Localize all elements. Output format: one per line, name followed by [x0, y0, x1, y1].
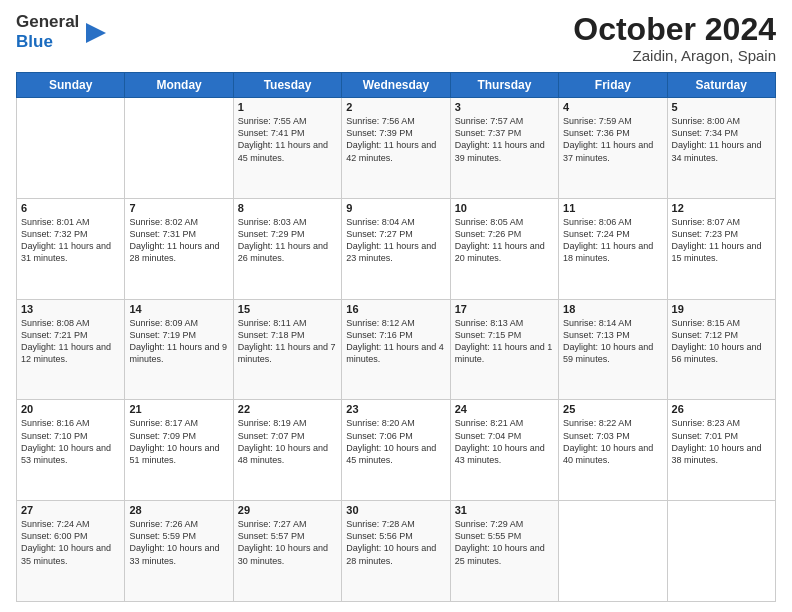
week-row-1: 1Sunrise: 7:55 AM Sunset: 7:41 PM Daylig…: [17, 98, 776, 199]
day-info: Sunrise: 7:29 AM Sunset: 5:55 PM Dayligh…: [455, 518, 554, 567]
day-info: Sunrise: 8:21 AM Sunset: 7:04 PM Dayligh…: [455, 417, 554, 466]
day-cell: 21Sunrise: 8:17 AM Sunset: 7:09 PM Dayli…: [125, 400, 233, 501]
week-row-5: 27Sunrise: 7:24 AM Sunset: 6:00 PM Dayli…: [17, 501, 776, 602]
day-number: 22: [238, 403, 337, 415]
day-number: 30: [346, 504, 445, 516]
day-cell: 15Sunrise: 8:11 AM Sunset: 7:18 PM Dayli…: [233, 299, 341, 400]
day-info: Sunrise: 7:57 AM Sunset: 7:37 PM Dayligh…: [455, 115, 554, 164]
day-cell: [667, 501, 775, 602]
day-number: 17: [455, 303, 554, 315]
day-number: 6: [21, 202, 120, 214]
day-info: Sunrise: 7:27 AM Sunset: 5:57 PM Dayligh…: [238, 518, 337, 567]
day-cell: 31Sunrise: 7:29 AM Sunset: 5:55 PM Dayli…: [450, 501, 558, 602]
day-cell: 8Sunrise: 8:03 AM Sunset: 7:29 PM Daylig…: [233, 198, 341, 299]
day-info: Sunrise: 7:59 AM Sunset: 7:36 PM Dayligh…: [563, 115, 662, 164]
weekday-header-wednesday: Wednesday: [342, 73, 450, 98]
day-info: Sunrise: 7:56 AM Sunset: 7:39 PM Dayligh…: [346, 115, 445, 164]
day-number: 9: [346, 202, 445, 214]
day-cell: 25Sunrise: 8:22 AM Sunset: 7:03 PM Dayli…: [559, 400, 667, 501]
day-cell: 30Sunrise: 7:28 AM Sunset: 5:56 PM Dayli…: [342, 501, 450, 602]
day-info: Sunrise: 8:05 AM Sunset: 7:26 PM Dayligh…: [455, 216, 554, 265]
day-cell: 24Sunrise: 8:21 AM Sunset: 7:04 PM Dayli…: [450, 400, 558, 501]
day-cell: [125, 98, 233, 199]
day-number: 14: [129, 303, 228, 315]
day-cell: 17Sunrise: 8:13 AM Sunset: 7:15 PM Dayli…: [450, 299, 558, 400]
day-info: Sunrise: 8:20 AM Sunset: 7:06 PM Dayligh…: [346, 417, 445, 466]
day-cell: 22Sunrise: 8:19 AM Sunset: 7:07 PM Dayli…: [233, 400, 341, 501]
day-cell: 6Sunrise: 8:01 AM Sunset: 7:32 PM Daylig…: [17, 198, 125, 299]
day-info: Sunrise: 8:07 AM Sunset: 7:23 PM Dayligh…: [672, 216, 771, 265]
day-number: 28: [129, 504, 228, 516]
weekday-header-monday: Monday: [125, 73, 233, 98]
day-number: 10: [455, 202, 554, 214]
weekday-header-row: SundayMondayTuesdayWednesdayThursdayFrid…: [17, 73, 776, 98]
day-info: Sunrise: 8:00 AM Sunset: 7:34 PM Dayligh…: [672, 115, 771, 164]
logo-blue: Blue: [16, 32, 53, 51]
day-number: 1: [238, 101, 337, 113]
day-cell: 2Sunrise: 7:56 AM Sunset: 7:39 PM Daylig…: [342, 98, 450, 199]
day-number: 8: [238, 202, 337, 214]
day-info: Sunrise: 8:01 AM Sunset: 7:32 PM Dayligh…: [21, 216, 120, 265]
day-info: Sunrise: 8:17 AM Sunset: 7:09 PM Dayligh…: [129, 417, 228, 466]
day-info: Sunrise: 7:28 AM Sunset: 5:56 PM Dayligh…: [346, 518, 445, 567]
day-cell: 14Sunrise: 8:09 AM Sunset: 7:19 PM Dayli…: [125, 299, 233, 400]
page: General Blue October 2024 Zaidin, Aragon…: [0, 0, 792, 612]
day-number: 15: [238, 303, 337, 315]
day-number: 13: [21, 303, 120, 315]
day-cell: 18Sunrise: 8:14 AM Sunset: 7:13 PM Dayli…: [559, 299, 667, 400]
day-number: 16: [346, 303, 445, 315]
day-info: Sunrise: 8:04 AM Sunset: 7:27 PM Dayligh…: [346, 216, 445, 265]
day-info: Sunrise: 8:11 AM Sunset: 7:18 PM Dayligh…: [238, 317, 337, 366]
day-info: Sunrise: 8:03 AM Sunset: 7:29 PM Dayligh…: [238, 216, 337, 265]
day-number: 12: [672, 202, 771, 214]
day-info: Sunrise: 8:06 AM Sunset: 7:24 PM Dayligh…: [563, 216, 662, 265]
day-cell: 3Sunrise: 7:57 AM Sunset: 7:37 PM Daylig…: [450, 98, 558, 199]
calendar-subtitle: Zaidin, Aragon, Spain: [573, 47, 776, 64]
day-info: Sunrise: 8:22 AM Sunset: 7:03 PM Dayligh…: [563, 417, 662, 466]
week-row-3: 13Sunrise: 8:08 AM Sunset: 7:21 PM Dayli…: [17, 299, 776, 400]
day-number: 25: [563, 403, 662, 415]
day-number: 21: [129, 403, 228, 415]
weekday-header-sunday: Sunday: [17, 73, 125, 98]
week-row-4: 20Sunrise: 8:16 AM Sunset: 7:10 PM Dayli…: [17, 400, 776, 501]
day-cell: 20Sunrise: 8:16 AM Sunset: 7:10 PM Dayli…: [17, 400, 125, 501]
day-info: Sunrise: 8:16 AM Sunset: 7:10 PM Dayligh…: [21, 417, 120, 466]
day-info: Sunrise: 8:13 AM Sunset: 7:15 PM Dayligh…: [455, 317, 554, 366]
day-number: 18: [563, 303, 662, 315]
day-info: Sunrise: 8:19 AM Sunset: 7:07 PM Dayligh…: [238, 417, 337, 466]
day-info: Sunrise: 8:02 AM Sunset: 7:31 PM Dayligh…: [129, 216, 228, 265]
day-info: Sunrise: 8:15 AM Sunset: 7:12 PM Dayligh…: [672, 317, 771, 366]
logo-text: General Blue: [16, 12, 79, 51]
day-number: 26: [672, 403, 771, 415]
header: General Blue October 2024 Zaidin, Aragon…: [16, 12, 776, 64]
weekday-header-thursday: Thursday: [450, 73, 558, 98]
day-cell: 12Sunrise: 8:07 AM Sunset: 7:23 PM Dayli…: [667, 198, 775, 299]
calendar-title: October 2024: [573, 12, 776, 47]
day-cell: [559, 501, 667, 602]
day-cell: 26Sunrise: 8:23 AM Sunset: 7:01 PM Dayli…: [667, 400, 775, 501]
day-number: 24: [455, 403, 554, 415]
weekday-header-saturday: Saturday: [667, 73, 775, 98]
day-info: Sunrise: 8:09 AM Sunset: 7:19 PM Dayligh…: [129, 317, 228, 366]
day-cell: 29Sunrise: 7:27 AM Sunset: 5:57 PM Dayli…: [233, 501, 341, 602]
day-info: Sunrise: 8:23 AM Sunset: 7:01 PM Dayligh…: [672, 417, 771, 466]
day-cell: 19Sunrise: 8:15 AM Sunset: 7:12 PM Dayli…: [667, 299, 775, 400]
day-number: 3: [455, 101, 554, 113]
weekday-header-friday: Friday: [559, 73, 667, 98]
day-number: 4: [563, 101, 662, 113]
logo-general: General: [16, 12, 79, 31]
day-cell: 10Sunrise: 8:05 AM Sunset: 7:26 PM Dayli…: [450, 198, 558, 299]
day-info: Sunrise: 8:14 AM Sunset: 7:13 PM Dayligh…: [563, 317, 662, 366]
day-cell: 23Sunrise: 8:20 AM Sunset: 7:06 PM Dayli…: [342, 400, 450, 501]
day-cell: 7Sunrise: 8:02 AM Sunset: 7:31 PM Daylig…: [125, 198, 233, 299]
day-cell: [17, 98, 125, 199]
day-number: 27: [21, 504, 120, 516]
day-number: 20: [21, 403, 120, 415]
weekday-header-tuesday: Tuesday: [233, 73, 341, 98]
logo: General Blue: [16, 12, 106, 51]
day-cell: 11Sunrise: 8:06 AM Sunset: 7:24 PM Dayli…: [559, 198, 667, 299]
day-number: 2: [346, 101, 445, 113]
calendar-table: SundayMondayTuesdayWednesdayThursdayFrid…: [16, 72, 776, 602]
day-cell: 1Sunrise: 7:55 AM Sunset: 7:41 PM Daylig…: [233, 98, 341, 199]
day-cell: 5Sunrise: 8:00 AM Sunset: 7:34 PM Daylig…: [667, 98, 775, 199]
